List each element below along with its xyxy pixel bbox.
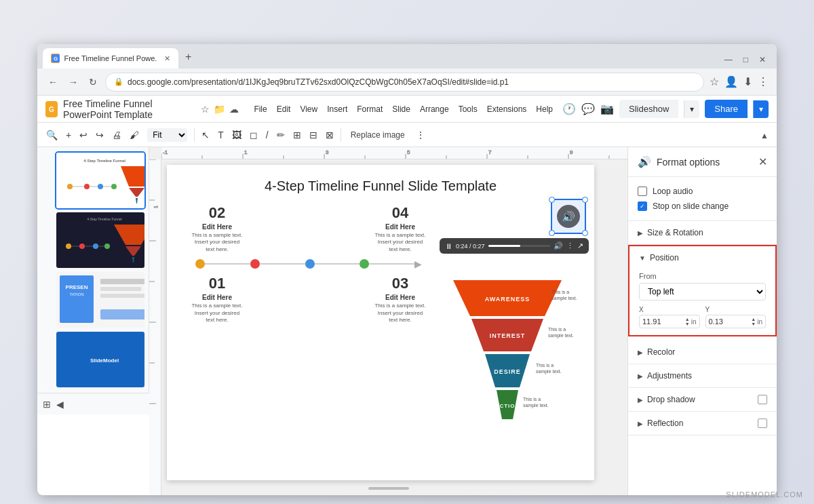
zoom-select[interactable]: Fit 50% 75% 100% <box>147 128 187 142</box>
position-header[interactable]: ▼ Position <box>629 246 775 267</box>
download-icon[interactable]: ⬇ <box>743 75 752 88</box>
slide-thumb-2[interactable]: 4-Step Timeline Funnel <box>56 212 144 268</box>
slide-canvas[interactable]: 4-Step Timeline Funnel Slide Template 02… <box>167 165 594 480</box>
line-tool[interactable]: / <box>263 127 272 143</box>
handle-bl[interactable] <box>549 230 555 236</box>
forward-btn[interactable]: → <box>66 74 81 90</box>
slide-preview-4: SlideModel <box>56 332 144 387</box>
collapse-panel-icon[interactable]: ◀ <box>56 399 64 410</box>
redo-btn[interactable]: ↪ <box>92 127 107 143</box>
close-btn[interactable]: ✕ <box>759 55 766 64</box>
play-pause-btn[interactable]: ⏸ <box>445 242 452 250</box>
replace-image-btn[interactable]: Replace image <box>345 128 411 142</box>
menu-slide[interactable]: Slide <box>388 103 414 115</box>
slide-thumb-4[interactable]: SlideModel <box>56 332 144 387</box>
slideshow-dropdown-btn[interactable]: ▾ <box>684 100 699 118</box>
star-icon[interactable]: ☆ <box>201 104 210 115</box>
y-down[interactable]: ▼ <box>751 322 756 326</box>
cloud-status-icon[interactable]: ☁ <box>229 104 239 115</box>
menu-icon[interactable]: ⋮ <box>758 75 769 88</box>
tab-favicon: G <box>51 54 60 63</box>
toolbar-separator-2 <box>341 128 341 142</box>
more-options-btn[interactable]: ⋮ <box>412 127 429 143</box>
folder-move-icon[interactable]: 📁 <box>214 104 225 115</box>
paint-format-btn[interactable]: 🖌 <box>126 127 142 143</box>
back-btn[interactable]: ← <box>45 74 60 90</box>
reflection-checkbox[interactable] <box>758 419 767 428</box>
menu-format[interactable]: Format <box>353 103 387 115</box>
zoom-in-btn[interactable]: + <box>62 127 75 143</box>
adjustments-section-header[interactable]: ▶ Adjustments <box>628 364 777 388</box>
share-button[interactable]: Share <box>705 100 748 118</box>
zoom-select-btn[interactable]: Fit 50% 75% 100% <box>144 125 191 144</box>
print-btn[interactable]: 🖨 <box>109 127 125 143</box>
shape-tool[interactable]: ◻ <box>246 127 261 143</box>
profile-icon[interactable]: 👤 <box>724 75 738 88</box>
image-tool[interactable]: 🖼 <box>229 127 245 143</box>
menu-edit[interactable]: Edit <box>273 103 295 115</box>
align-tool[interactable]: ⊟ <box>306 127 321 143</box>
menu-tools[interactable]: Tools <box>454 103 482 115</box>
grid-view-icon[interactable]: ⊞ <box>43 399 51 410</box>
recolor-section-header[interactable]: ▶ Recolor <box>628 341 777 364</box>
x-up[interactable]: ▲ <box>685 317 690 322</box>
present-icon[interactable]: 📷 <box>600 102 614 115</box>
slideshow-button[interactable]: Slideshow <box>619 100 678 118</box>
url-bar[interactable]: 🔒 docs.google.com/presentation/d/1IJKgJe… <box>105 73 704 92</box>
more-options-audio[interactable]: ⋮ <box>566 241 574 250</box>
y-up[interactable]: ▲ <box>751 317 756 322</box>
new-tab-btn[interactable]: + <box>180 48 197 66</box>
toolbar: 🔍 + ↩ ↪ 🖨 🖌 Fit 50% 75% 100% ↖ T 🖼 ◻ / ✏… <box>37 123 777 147</box>
size-rotation-section-header[interactable]: ▶ Size & Rotation <box>628 221 777 245</box>
bookmark-icon[interactable]: ☆ <box>710 75 719 88</box>
collapse-toolbar-btn[interactable]: ▲ <box>758 128 771 143</box>
svg-point-21 <box>66 244 71 249</box>
undo-btn[interactable]: ↩ <box>76 127 91 143</box>
tab-close-btn[interactable]: ✕ <box>164 54 170 63</box>
external-link-icon[interactable]: ↗ <box>577 241 583 250</box>
x-input[interactable]: 11.91 ▲ ▼ in <box>639 315 700 328</box>
menu-view[interactable]: View <box>296 103 322 115</box>
x-spinners[interactable]: ▲ ▼ <box>685 317 690 326</box>
highlight-tool[interactable]: ✏ <box>273 127 288 143</box>
text-tool[interactable]: T <box>214 127 227 143</box>
active-tab[interactable]: G Free Timeline Funnel Powe... ✕ <box>43 48 178 69</box>
comments-icon[interactable]: 💬 <box>581 102 595 115</box>
slide-thumb-1[interactable]: 4-Step Timeline Funnel <box>56 153 144 208</box>
history-icon[interactable]: 🕐 <box>562 102 576 115</box>
volume-icon[interactable]: 🔊 <box>554 241 563 250</box>
maximize-btn[interactable]: □ <box>743 55 748 64</box>
minimize-btn[interactable]: — <box>724 55 733 64</box>
y-spinners[interactable]: ▲ ▼ <box>751 317 756 326</box>
stop-on-slide-checkbox[interactable]: ✓ <box>638 201 647 211</box>
x-down[interactable]: ▼ <box>685 322 690 326</box>
menu-extensions[interactable]: Extensions <box>483 103 531 115</box>
search-btn[interactable]: 🔍 <box>43 127 61 143</box>
audio-element-selected[interactable]: 🔊 <box>551 199 586 234</box>
menu-insert[interactable]: Insert <box>323 103 351 115</box>
reflection-section-header[interactable]: ▶ Reflection <box>628 412 777 435</box>
loop-audio-checkbox[interactable] <box>638 187 647 196</box>
refresh-btn[interactable]: ↻ <box>86 74 100 90</box>
menu-help[interactable]: Help <box>532 103 557 115</box>
menu-arrange[interactable]: Arrange <box>416 103 453 115</box>
handle-br[interactable] <box>582 230 588 236</box>
horizontal-scrollbar[interactable] <box>368 487 409 490</box>
reflection-title: Reflection <box>647 419 683 428</box>
table-tool[interactable]: ⊞ <box>290 127 305 143</box>
y-input[interactable]: 0.13 ▲ ▼ in <box>705 315 767 328</box>
panel-close-btn[interactable]: ✕ <box>758 155 767 168</box>
slide-thumb-3[interactable]: PRESEN TATION <box>56 272 144 328</box>
audio-progress-bar[interactable] <box>488 245 550 247</box>
handle-tr[interactable] <box>582 197 588 203</box>
share-dropdown-btn[interactable]: ▾ <box>753 100 769 118</box>
from-select[interactable]: Top left Top right Bottom left Bottom ri… <box>639 283 766 301</box>
adjustments-arrow: ▶ <box>638 372 643 380</box>
menu-file[interactable]: File <box>250 103 271 115</box>
handle-tl[interactable] <box>549 197 555 203</box>
cursor-tool[interactable]: ↖ <box>198 127 213 143</box>
svg-point-9 <box>67 184 73 189</box>
crop-tool[interactable]: ⊠ <box>322 127 337 143</box>
drop-shadow-section-header[interactable]: ▶ Drop shadow <box>628 388 777 412</box>
drop-shadow-checkbox[interactable] <box>758 395 767 404</box>
